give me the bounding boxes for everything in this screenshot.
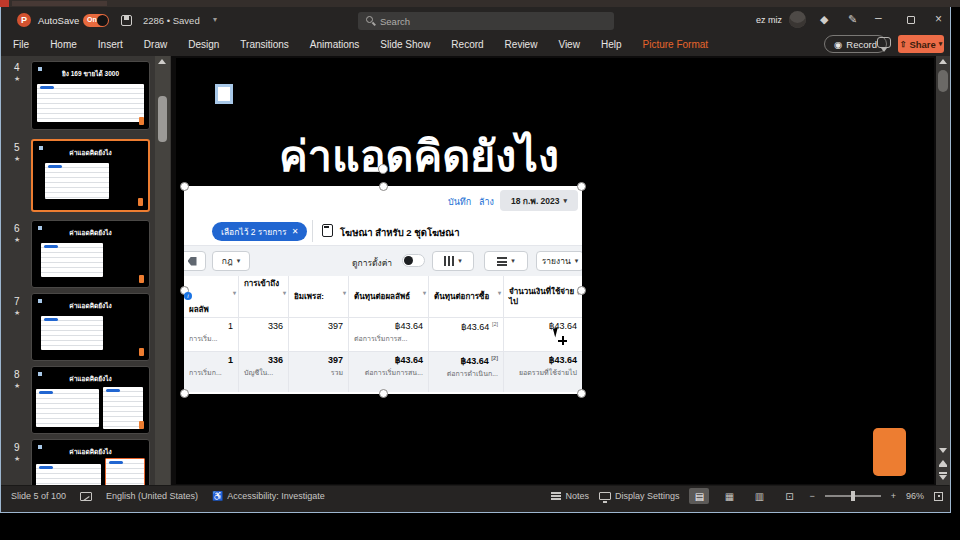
zoom-slider[interactable]	[825, 495, 881, 497]
slide-thumbnail-9[interactable]: ค่าแอดคิดยังไง	[31, 439, 150, 485]
ads-clear-link[interactable]: ล้าง	[479, 195, 494, 209]
comments-icon[interactable]	[877, 37, 891, 48]
slideshow-view-button[interactable]: ⊡	[779, 488, 799, 504]
thumb-orange-shape	[139, 421, 144, 429]
normal-view-button[interactable]: ▤	[689, 488, 709, 504]
selection-handle-bottom-right[interactable]	[577, 389, 586, 398]
next-slide-icon[interactable]	[939, 475, 947, 480]
selection-handle-top-left[interactable]	[180, 182, 189, 191]
language-label[interactable]: English (United States)	[106, 491, 198, 501]
col-header-amount-spent[interactable]: จำนวนเงินที่ใช้จ่ายไป▾	[503, 276, 582, 317]
slide-sorter-view-button[interactable]: ▦	[719, 488, 739, 504]
columns-chip[interactable]: ▾	[432, 251, 474, 271]
table-totals-row[interactable]: 1 การเริ่มก... 336 บัญชีใน... 397 รวม ฿4…	[184, 352, 582, 392]
accessibility-icon: ♿	[212, 491, 223, 501]
notes-button[interactable]: Notes	[551, 491, 589, 501]
slide-title[interactable]: ค่าแอดคิดยังไง	[234, 122, 604, 190]
maximize-button[interactable]	[907, 16, 915, 24]
zoom-slider-thumb[interactable]	[851, 491, 855, 501]
rules-chip[interactable]: กฎ ▾	[212, 251, 250, 271]
tab-view[interactable]: View	[558, 39, 580, 50]
ads-selection-bar: เลือกไว้ 2 รายการ ✕ โฆษณา สำหรับ 2 ชุดโฆ…	[184, 216, 582, 246]
ink-pen-icon[interactable]: ✎	[848, 13, 857, 26]
selection-handle-bottom-left[interactable]	[180, 389, 189, 398]
slide-thumbnail-6[interactable]: ค่าแอดคิดยังไง	[31, 220, 150, 288]
close-icon[interactable]: ✕	[292, 227, 299, 236]
slide-thumbnail-8[interactable]: ค่าแอดคิดยังไง	[31, 366, 150, 434]
tab-help[interactable]: Help	[601, 39, 622, 50]
slide-thumbnail-5-selected[interactable]: ค่าแอดคิดยังไง	[31, 139, 150, 212]
zoom-out-button[interactable]: −	[809, 491, 814, 501]
tag-icon	[188, 257, 197, 266]
display-settings-button[interactable]: Display Settings	[599, 491, 680, 501]
scroll-up-icon[interactable]	[939, 59, 947, 64]
tab-animations[interactable]: Animations	[310, 39, 359, 50]
background-title-fragment	[12, 1, 107, 6]
thumb-table-image	[36, 389, 99, 427]
slide-scrollbar[interactable]	[936, 56, 950, 485]
tab-design[interactable]: Design	[188, 39, 219, 50]
reports-chip[interactable]: รายงาน ▾	[536, 251, 582, 271]
thumb-orange-shape	[138, 198, 143, 206]
proofing-icon[interactable]	[80, 492, 92, 501]
statusbar: Slide 5 of 100 English (United States) ♿…	[1, 485, 949, 505]
scroll-up-icon[interactable]	[158, 59, 166, 64]
view-settings-toggle[interactable]	[402, 254, 425, 267]
col-header-cost-per-result[interactable]: ต้นทุนต่อผลลัพธ์▾	[348, 276, 428, 317]
document-title-dropdown-icon[interactable]: ▾	[213, 15, 217, 24]
slide-small-image-placeholder[interactable]	[215, 84, 233, 104]
document-title[interactable]: 2286 • Saved	[143, 15, 200, 26]
col-header-results[interactable]: ผลลัพ▾	[184, 276, 238, 317]
scrollbar-thumb[interactable]	[158, 96, 167, 142]
col-header-cost-per-purchase[interactable]: ต้นทุนต่อการซื้อ▾	[428, 276, 503, 317]
designer-diamond-icon[interactable]: ◆	[820, 13, 828, 26]
tab-file[interactable]: File	[13, 39, 29, 50]
tab-draw[interactable]: Draw	[144, 39, 167, 50]
minimize-button[interactable]: –	[875, 11, 882, 25]
selection-handle-right-middle[interactable]	[577, 286, 586, 295]
table-row[interactable]: 1 การเริ่ม... 336 397 ฿43.64 ต่อการเริ่ม…	[184, 318, 582, 352]
tab-insert[interactable]: Insert	[98, 39, 123, 50]
selection-handle-bottom-middle[interactable]	[379, 389, 388, 398]
ads-date-selector[interactable]: 18 ก.พ. 2023 ▾	[500, 190, 578, 211]
search-box[interactable]	[358, 12, 614, 30]
slide-orange-shape[interactable]	[873, 428, 906, 476]
slide-thumbnail-4[interactable]: ยิง 169 ขายได้ 3000	[31, 61, 150, 130]
tab-review[interactable]: Review	[505, 39, 538, 50]
fit-to-window-icon[interactable]	[934, 492, 943, 501]
accessibility-status[interactable]: ♿ Accessibility: Investigate	[212, 491, 325, 501]
tab-slide-show[interactable]: Slide Show	[380, 39, 430, 50]
avatar[interactable]	[789, 11, 806, 28]
scroll-down-icon[interactable]	[939, 448, 947, 453]
close-button[interactable]: ×	[935, 12, 942, 26]
tab-home[interactable]: Home	[50, 39, 77, 50]
col-header-reach[interactable]: การเข้าถึง▾	[238, 276, 288, 317]
tab-transitions[interactable]: Transitions	[240, 39, 289, 50]
ads-selected-count-chip[interactable]: เลือกไว้ 2 รายการ ✕	[212, 222, 307, 241]
ads-save-link[interactable]: บันทึก	[448, 195, 471, 209]
reading-view-button[interactable]: ▥	[749, 488, 769, 504]
share-arrow-icon: ⇧	[900, 40, 907, 49]
selection-handle-top-middle[interactable]	[379, 182, 388, 191]
autosave-toggle[interactable]: On	[83, 14, 109, 27]
slide-thumbnail-7[interactable]: ค่าแอดคิดยังไง	[31, 293, 150, 361]
thumbnail-scrollbar[interactable]	[155, 56, 170, 485]
slide-picture-ads-manager[interactable]: บันทึก ล้าง 18 ก.พ. 2023 ▾ เลือกไว้ 2 รา…	[184, 186, 582, 394]
animation-star-icon: ★	[14, 75, 20, 83]
rotate-handle[interactable]	[378, 164, 388, 174]
powerpoint-logo-icon[interactable]: P	[17, 13, 31, 27]
selection-handle-top-right[interactable]	[577, 182, 586, 191]
scrollbar-thumb[interactable]	[938, 70, 948, 92]
share-button[interactable]: ⇧ Share ▾	[898, 35, 944, 53]
search-input[interactable]	[380, 12, 600, 30]
zoom-level[interactable]: 96%	[906, 491, 924, 501]
zoom-in-button[interactable]: +	[891, 491, 896, 501]
tab-record[interactable]: Record	[451, 39, 483, 50]
save-icon[interactable]	[121, 15, 132, 26]
tab-picture-format[interactable]: Picture Format	[642, 39, 708, 50]
background-app-icon	[0, 0, 9, 7]
col-header-impressions[interactable]: อิมเพรส:▾	[288, 276, 348, 317]
chevron-down-icon: ▾	[511, 257, 515, 265]
tag-chip[interactable]	[184, 251, 206, 271]
breakdown-chip[interactable]: ▾	[484, 251, 528, 271]
